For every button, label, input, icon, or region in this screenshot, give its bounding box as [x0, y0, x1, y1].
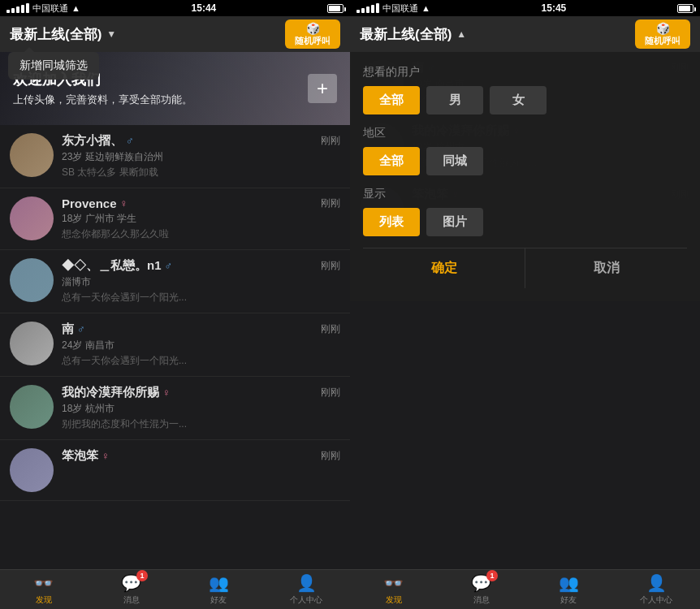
nav-item-message[interactable]: 💬 1 消息	[88, 570, 175, 609]
nav-item-discover-r[interactable]: 👓 发现	[350, 570, 438, 609]
header-arrow-right[interactable]: ▲	[456, 28, 466, 40]
avatar	[10, 385, 54, 429]
filter-confirm-button[interactable]: 确定	[363, 248, 525, 288]
gender-icon: ♂	[165, 260, 173, 272]
message-badge-r: 1	[486, 570, 498, 581]
user-status: SB 太特么多 果断卸载	[62, 166, 340, 179]
header-right: 最新上线(全部) ▲ 🎲 随机呼叫	[350, 16, 700, 52]
list-item[interactable]: 笨泡笨 ♀ 刚刚	[0, 440, 350, 501]
filter-region-local[interactable]: 同城	[426, 147, 483, 175]
message-badge-container: 💬 1	[121, 573, 141, 593]
random-call-button-right[interactable]: 🎲 随机呼叫	[635, 19, 690, 49]
nav-item-profile-r[interactable]: 👤 个人中心	[612, 570, 700, 609]
time-label: 刚刚	[321, 322, 340, 336]
gender-icon: ♀	[120, 197, 128, 209]
time-left: 15:44	[192, 2, 217, 14]
filter-region-all[interactable]: 全部	[363, 147, 420, 175]
time-right: 15:45	[542, 2, 567, 14]
nav-item-discover[interactable]: 👓 发现	[0, 570, 88, 609]
user-name: 笨泡笨 ♀	[62, 448, 110, 464]
user-meta: 24岁 南昌市	[62, 339, 340, 352]
carrier-right: 中国联通	[382, 2, 418, 15]
header-title-left[interactable]: 最新上线(全部) ▼	[10, 25, 116, 44]
bottom-nav-right: 👓 发现 💬 1 消息 👥 好友 👤 个人中心	[350, 569, 700, 609]
discover-icon: 👓	[33, 573, 54, 593]
filter-display-grid[interactable]: 图片	[426, 208, 483, 236]
user-meta: 淄博市	[62, 275, 340, 289]
nav-label-discover: 发现	[36, 594, 52, 606]
friends-icon-r: 👥	[559, 573, 579, 593]
avatar	[10, 133, 54, 177]
list-item[interactable]: 东方小摺、 ♂ 刚刚 23岁 延边朝鲜族自治州 SB 太特么多 果断卸载	[0, 125, 350, 188]
nav-item-message-r[interactable]: 💬 1 消息	[438, 570, 525, 609]
user-name: ◆◇、＿私戀。n1 ♂	[62, 258, 172, 274]
user-name: 南 ♂	[62, 322, 85, 337]
random-call-label-left: 随机呼叫	[295, 35, 331, 47]
avatar	[10, 258, 54, 302]
list-item[interactable]: Provence ♀ 刚刚 18岁 广州市 学生 想念你都那么久那么久啦	[0, 188, 350, 250]
nav-label-friends: 好友	[210, 594, 227, 606]
filter-user-buttons: 全部 男 女	[363, 86, 687, 114]
list-item[interactable]: 南 ♂ 刚刚 24岁 南昌市 总有一天你会遇到一个阳光...	[0, 313, 350, 377]
random-call-icon-left: 🎲	[306, 22, 320, 35]
banner-plus-button[interactable]: +	[308, 74, 337, 103]
bottom-nav-left: 👓 发现 💬 1 消息 👥 好友 👤 个人中心	[0, 569, 350, 609]
nav-item-profile[interactable]: 👤 个人中心	[262, 570, 350, 609]
filter-panel: 想看的用户 全部 男 女 地区 全部 同城 显示 列表 图片 确定	[350, 52, 700, 301]
status-bar-left: 中国联通 ▲ 15:44	[0, 0, 350, 16]
filter-display-list[interactable]: 列表	[363, 208, 420, 236]
header-title-right[interactable]: 最新上线(全部) ▲	[360, 25, 466, 44]
time-label: 刚刚	[321, 259, 340, 273]
filter-user-section: 想看的用户 全部 男 女	[363, 65, 687, 114]
filter-user-male[interactable]: 男	[426, 86, 483, 114]
profile-icon: 👤	[296, 573, 317, 593]
filter-region-buttons: 全部 同城	[363, 147, 687, 175]
signal-icon	[6, 3, 29, 13]
nav-label-message: 消息	[123, 594, 140, 606]
filter-actions: 确定 取消	[363, 248, 687, 288]
user-status: 别把我的态度和个性混为一...	[62, 417, 340, 431]
wifi-icon-right: ▲	[421, 3, 430, 13]
nav-item-friends[interactable]: 👥 好友	[175, 570, 263, 609]
user-meta: 23岁 延边朝鲜族自治州	[62, 150, 340, 164]
user-name: Provence ♀	[62, 197, 127, 210]
filter-user-female[interactable]: 女	[490, 86, 547, 114]
user-name: 东方小摺、 ♂	[62, 133, 134, 149]
filter-display-label: 显示	[363, 187, 687, 201]
filter-user-label: 想看的用户	[363, 65, 687, 80]
battery-left	[327, 4, 344, 13]
gender-icon: ♂	[126, 135, 134, 147]
user-status: 总有一天你会遇到一个阳光...	[62, 354, 340, 368]
filter-cancel-button[interactable]: 取消	[525, 248, 687, 288]
filter-display-buttons: 列表 图片	[363, 208, 687, 236]
filter-display-section: 显示 列表 图片	[363, 187, 687, 236]
time-label: 刚刚	[321, 134, 340, 148]
right-phone: 中国联通 ▲ 15:45 最新上线(全部) ▲ 🎲 随机呼叫 想看的用户 全部 …	[350, 0, 700, 609]
time-label: 刚刚	[321, 197, 340, 210]
message-badge: 1	[136, 570, 148, 581]
gender-icon: ♂	[77, 323, 85, 335]
header-arrow-left[interactable]: ▼	[106, 28, 116, 40]
friends-icon: 👥	[209, 573, 229, 593]
user-list-left: 东方小摺、 ♂ 刚刚 23岁 延边朝鲜族自治州 SB 太特么多 果断卸载	[0, 125, 350, 569]
nav-item-friends-r[interactable]: 👥 好友	[525, 570, 613, 609]
list-item[interactable]: 我的冷漠拜你所赐 ♀ 刚刚 18岁 杭州市 别把我的态度和个性混为一...	[0, 377, 350, 440]
signal-icon-right	[356, 3, 379, 13]
user-meta: 18岁 广州市 学生	[62, 212, 340, 226]
avatar	[10, 448, 54, 492]
carrier-left: 中国联通	[32, 2, 68, 15]
left-phone: 中国联通 ▲ 15:44 最新上线(全部) ▼ 🎲 随机呼叫 新增同城筛选 欢迎…	[0, 0, 350, 609]
wifi-icon-left: ▲	[71, 3, 80, 13]
filter-region-section: 地区 全部 同城	[363, 126, 687, 175]
discover-icon-r: 👓	[383, 573, 404, 593]
filter-user-all[interactable]: 全部	[363, 86, 420, 114]
random-call-button-left[interactable]: 🎲 随机呼叫	[285, 19, 340, 49]
profile-icon-r: 👤	[646, 573, 667, 593]
message-badge-container-r: 💬 1	[471, 573, 491, 593]
user-name: 我的冷漠拜你所赐 ♀	[62, 385, 171, 400]
nav-label-friends-r: 好友	[560, 594, 577, 606]
user-status: 想念你都那么久那么久啦	[62, 227, 340, 241]
list-item[interactable]: ◆◇、＿私戀。n1 ♂ 刚刚 淄博市 总有一天你会遇到一个阳光...	[0, 250, 350, 313]
tooltip-left: 新增同城筛选	[8, 52, 99, 80]
gender-icon: ♀	[102, 450, 110, 462]
